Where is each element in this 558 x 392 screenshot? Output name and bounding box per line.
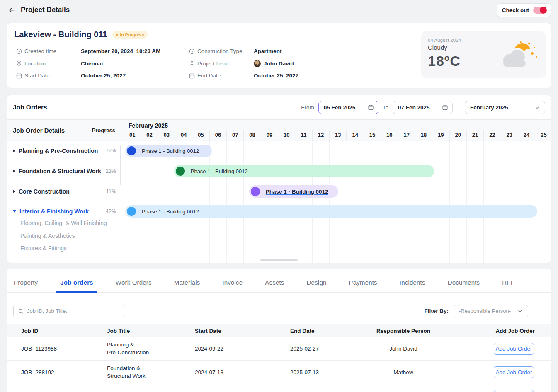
back-button[interactable] xyxy=(7,5,17,15)
from-label: From xyxy=(301,104,314,111)
job-orders-table: Job IDJob TitleStart DateEnd DateRespons… xyxy=(7,324,551,392)
calendar-icon xyxy=(442,104,448,111)
gantt-day-header: 07 xyxy=(227,130,244,141)
gantt-day-header: 06 xyxy=(210,130,227,141)
tabs-card: PropertyJob ordersWork OrdersMaterialsIn… xyxy=(7,269,551,392)
add-job-order-button[interactable]: Add Job Order xyxy=(494,366,534,378)
gantt-day-header: 12 xyxy=(313,130,330,141)
column-header: Job ID xyxy=(21,328,107,334)
topbar: Project Details Check out xyxy=(0,0,558,20)
gantt-day-header: 09 xyxy=(261,130,278,141)
end-date-cell: 2025-02-27 xyxy=(290,345,352,353)
tab-rfi[interactable]: RFI xyxy=(498,279,517,292)
job-orders-title: Job Orders xyxy=(13,104,47,111)
add-job-order-button[interactable]: Add Job Order xyxy=(494,390,534,392)
gantt-day-header: 11 xyxy=(295,130,312,141)
gantt-day-header: 20 xyxy=(450,130,467,141)
gantt-day-header: 24 xyxy=(518,130,535,141)
gantt-day-header: 02 xyxy=(141,130,158,141)
weather-widget: 04 August 2024 Cloudy 18ºC xyxy=(421,31,546,78)
project-summary-card: Lakeview - Building 011 In Progress Crea… xyxy=(7,23,551,88)
job-id-cell: JOB- 1123988 xyxy=(21,345,107,353)
add-job-order-button[interactable]: Add Job Order xyxy=(494,343,534,355)
gantt-resize-handle[interactable] xyxy=(260,259,298,261)
to-date-input[interactable]: 07 Feb 2025 xyxy=(393,101,453,114)
tab-payments[interactable]: Payments xyxy=(345,279,381,292)
location-icon xyxy=(16,60,22,67)
job-order-row-1[interactable]: Planning & Pre-Construction77% xyxy=(13,146,119,156)
calendar-icon xyxy=(16,73,22,79)
page-title: Project Details xyxy=(21,6,70,14)
gantt-bar-3[interactable]: Phase 1 - Building 0012 xyxy=(249,185,338,198)
from-date-input[interactable]: 05 Feb 2025 xyxy=(318,101,378,114)
month-select[interactable]: February 2025 xyxy=(465,101,545,114)
field-value: October 25, 2027 xyxy=(81,73,126,79)
gantt-left-panel: Job Order Details Progress Planning & Pr… xyxy=(7,120,124,263)
back-arrow-icon xyxy=(8,6,16,14)
gantt-month-label: February 2025 xyxy=(129,122,168,129)
calendar-icon xyxy=(189,73,195,79)
tab-job-orders[interactable]: Job orders xyxy=(56,279,97,292)
tab-incidents[interactable]: Incidents xyxy=(395,279,429,292)
gantt-day-header: 25 xyxy=(535,130,551,141)
start-date-cell: 2024-09-22 xyxy=(195,345,290,353)
tab-invoice[interactable]: Invoice xyxy=(218,279,247,292)
caret-right-icon xyxy=(13,149,15,152)
field-value: Chennai xyxy=(81,60,103,67)
job-order-row-4[interactable]: Interior & Finishing Work42% xyxy=(13,206,119,216)
toggle-knob xyxy=(540,7,547,14)
caret-down-icon xyxy=(13,210,16,213)
tab-design[interactable]: Design xyxy=(303,279,331,292)
status-badge: In Progress xyxy=(112,31,148,39)
tab-assets[interactable]: Assets xyxy=(261,279,288,292)
field-label: Location xyxy=(24,60,81,67)
job-orders-card: Job Orders From 05 Feb 2025 To 07 Feb 20… xyxy=(7,95,551,263)
responsible-person-cell: Mathew xyxy=(352,368,454,376)
field-label: Project Lead xyxy=(197,60,254,67)
field-value: Apartment xyxy=(254,48,282,54)
gantt-day-header: 22 xyxy=(484,130,501,141)
gantt-bar-dot xyxy=(176,167,185,176)
filter-by-label: Filter By: xyxy=(424,308,449,314)
job-order-details-header: Job Order Details xyxy=(13,127,65,134)
search-input[interactable]: Job ID, Job Title.. xyxy=(13,305,125,317)
gantt-day-header: 18 xyxy=(415,130,432,141)
gantt-bar-4[interactable]: Phase 1 - Building 0012 xyxy=(125,205,537,218)
checkout-control[interactable]: Check out xyxy=(497,3,551,17)
tab-property[interactable]: Property xyxy=(10,279,42,292)
caret-right-icon xyxy=(13,169,15,173)
job-order-row-2[interactable]: Foundation & Structural Work23% xyxy=(13,166,119,176)
gantt-bar-dot xyxy=(127,207,136,216)
job-id-cell: JOB- 288192 xyxy=(21,368,107,376)
job-order-subtask[interactable]: Painting & Aesthetics xyxy=(20,231,75,241)
gantt-bar-2[interactable]: Phase 1 - Building 0012 xyxy=(174,165,434,177)
field-label: Construction Type xyxy=(197,48,254,54)
project-field: Start DateOctober 25, 2027 xyxy=(16,70,189,82)
responsible-person-select[interactable]: -Responsible Person- xyxy=(454,305,528,317)
checkout-toggle[interactable] xyxy=(533,7,546,14)
job-order-subtask[interactable]: Fixtures & Fittings xyxy=(20,243,67,253)
gantt-day-header: 21 xyxy=(467,130,484,141)
status-dot-icon xyxy=(116,34,118,36)
gantt-day-header: 08 xyxy=(244,130,261,141)
calendar-icon xyxy=(368,104,374,111)
cloudy-icon xyxy=(501,41,538,70)
gantt-day-header: 15 xyxy=(364,130,381,141)
gantt-day-header: 03 xyxy=(158,130,175,141)
tab-work-orders[interactable]: Work Orders xyxy=(112,279,156,292)
start-date-cell: 2024-07-13 xyxy=(195,368,290,376)
gantt-bar-1[interactable]: Phase 1 - Building 0012 xyxy=(125,145,212,157)
gantt-day-header: 19 xyxy=(432,130,449,141)
chevron-down-icon xyxy=(534,105,540,110)
job-order-subtask[interactable]: Flooring, Ceiling, & Wall Finishing xyxy=(20,218,107,228)
tab-documents[interactable]: Documents xyxy=(444,279,484,292)
gantt-day-header: 01 xyxy=(124,130,141,141)
responsible-person-cell: John David xyxy=(352,345,454,353)
field-value: September 20, 2024 10:23 AM xyxy=(81,48,160,54)
job-order-row-3[interactable]: Core Construction11% xyxy=(13,186,119,196)
job-title-cell: Foundation &Structural Work xyxy=(107,364,195,380)
tab-materials[interactable]: Materials xyxy=(170,279,204,292)
scrollbar-thumb[interactable] xyxy=(120,145,121,185)
column-header: Responsible Person xyxy=(352,328,454,334)
gantt-day-header: 04 xyxy=(175,130,192,141)
